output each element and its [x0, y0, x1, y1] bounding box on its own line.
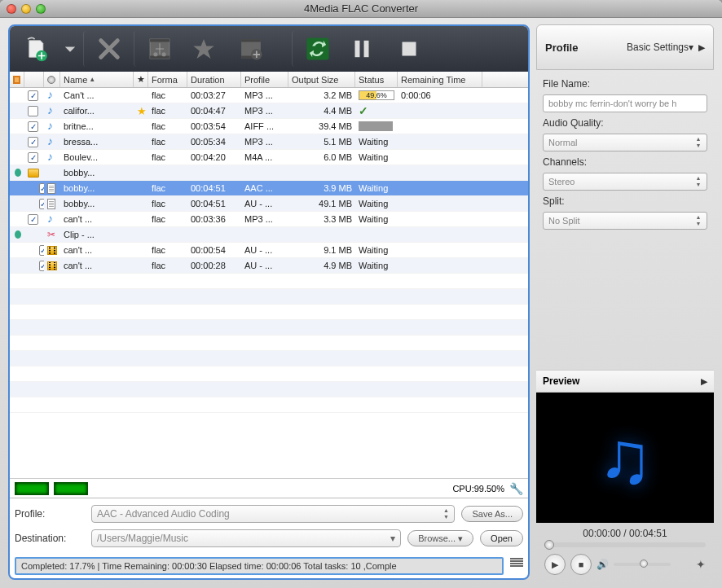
expand-profile-icon[interactable]: ▶ — [698, 42, 705, 53]
row-remaining — [398, 227, 482, 242]
star-icon[interactable]: ★ — [137, 105, 147, 117]
row-remaining — [398, 181, 482, 195]
pause-button[interactable] — [339, 31, 385, 67]
music-note-icon — [47, 105, 57, 116]
svg-point-4 — [153, 52, 157, 56]
collapse-icon[interactable] — [15, 169, 21, 177]
row-profile: MP3 ... — [241, 88, 288, 103]
filename-input[interactable]: bobby mc ferrin-don't worry be h — [543, 94, 707, 112]
row-checkbox[interactable]: ✓ — [28, 137, 38, 147]
row-format: flac — [148, 134, 187, 149]
quality-select[interactable]: Normal▲▼ — [543, 134, 707, 151]
col-status[interactable]: Status — [355, 72, 398, 87]
split-label: Split: — [543, 195, 707, 207]
row-format: flac — [148, 150, 187, 165]
stop-button[interactable] — [386, 31, 432, 67]
settings-icon[interactable]: 🔧 — [509, 482, 523, 495]
table-row-empty — [10, 320, 528, 336]
snapshot-button[interactable]: ✦ — [696, 558, 706, 571]
profile-header: Profile Basic Settings▾ ▶ — [536, 24, 714, 70]
table-row[interactable]: ✓Boulev...flac00:04:20M4A ...6.0 MBWaiti… — [10, 150, 528, 165]
table-row[interactable]: ✓can't ...flac00:03:36MP3 ...3.3 MBWaiti… — [10, 212, 528, 227]
row-status — [355, 119, 398, 134]
table-row-empty — [10, 305, 528, 320]
col-profile[interactable]: Profile — [241, 72, 288, 87]
row-duration: 00:04:47 — [187, 103, 241, 118]
collapse-icon[interactable] — [15, 230, 21, 239]
table-row[interactable]: ✂Clip - ... — [10, 227, 528, 243]
profile-select[interactable]: AAC - Advanced Audio Coding ▲▼ — [91, 505, 455, 523]
row-remaining — [398, 212, 482, 226]
document-icon — [47, 199, 55, 209]
channels-select[interactable]: Stereo▲▼ — [543, 173, 707, 191]
playback-controls: ▶ ■ 🔊 ✦ — [536, 549, 714, 580]
svg-rect-10 — [306, 37, 328, 59]
table-row[interactable]: ✓bressa...flac00:05:34MP3 ...5.1 MBWaiti… — [10, 134, 528, 150]
row-remaining — [398, 119, 482, 134]
row-name: can't ... — [60, 258, 134, 273]
split-select[interactable]: No Split▲▼ — [543, 212, 707, 230]
col-duration[interactable]: Duration — [187, 72, 241, 87]
table-row[interactable]: ✓bobby...flac00:04:51AU - ...49.1 MBWait… — [10, 196, 528, 212]
row-duration: 00:03:27 — [187, 88, 241, 103]
list-view-toggle[interactable] — [510, 558, 523, 571]
add-file-button[interactable] — [15, 31, 60, 67]
col-star[interactable]: ★ — [134, 72, 148, 87]
row-checkbox[interactable]: ✓ — [28, 90, 38, 101]
table-row-empty — [10, 382, 528, 397]
table-row[interactable]: califor...★flac00:04:47MP3 ...4.4 MB✓ — [10, 103, 528, 119]
table-row[interactable]: ✓can't ...flac00:00:28AU - ...4.9 MBWait… — [10, 258, 528, 274]
browse-button[interactable]: Browse... ▾ — [407, 530, 473, 546]
stop-preview-button[interactable]: ■ — [570, 554, 592, 575]
video-clip-icon — [47, 246, 57, 255]
music-note-icon — [47, 151, 57, 163]
svg-rect-12 — [364, 41, 369, 57]
table-row[interactable]: ✓britne...flac00:03:54AIFF ...39.4 MB — [10, 119, 528, 134]
col-select[interactable] — [10, 72, 24, 87]
svg-rect-2 — [150, 39, 169, 42]
row-remaining: 0:00:06 — [398, 88, 482, 103]
clip-button[interactable] — [134, 31, 179, 67]
expand-preview-icon[interactable]: ▶ — [701, 376, 707, 387]
settings-dropdown[interactable]: Basic Settings▾ — [627, 42, 693, 53]
open-button[interactable]: Open — [480, 530, 523, 546]
convert-button[interactable] — [292, 31, 337, 67]
play-button[interactable]: ▶ — [544, 554, 566, 575]
col-remaining[interactable]: Remaining Time — [398, 72, 482, 87]
row-profile: AU - ... — [241, 243, 288, 257]
volume-slider[interactable] — [614, 563, 671, 566]
row-name: bobby... — [60, 165, 134, 180]
add-clip-button[interactable] — [228, 31, 274, 67]
svg-rect-7 — [241, 39, 261, 42]
save-as-button[interactable]: Save As... — [461, 506, 523, 522]
col-format[interactable]: Forma — [148, 72, 187, 87]
destination-select[interactable]: /Users/Maggie/Music ▾ — [91, 529, 401, 547]
row-status: Waiting — [355, 243, 398, 257]
delete-button[interactable] — [83, 31, 129, 67]
table-row[interactable]: ✓can't ...flac00:00:54AU - ...9.1 MBWait… — [10, 243, 528, 258]
col-name[interactable]: Name▲ — [60, 72, 134, 87]
row-format — [148, 227, 187, 242]
table-row[interactable]: bobby... — [10, 165, 528, 181]
preview-scrubber[interactable] — [544, 542, 706, 547]
table-row[interactable]: ✓Can't ...flac00:03:27MP3 ...3.2 MB49.6%… — [10, 88, 528, 103]
row-output-size: 3.9 MB — [288, 181, 355, 195]
row-checkbox[interactable]: ✓ — [28, 121, 38, 132]
col-output[interactable]: Output Size — [288, 72, 355, 87]
row-checkbox[interactable]: ✓ — [28, 214, 38, 225]
col-check[interactable] — [24, 72, 44, 87]
row-checkbox[interactable] — [28, 106, 38, 116]
row-duration: 00:03:54 — [187, 119, 241, 134]
col-disc[interactable] — [44, 72, 60, 87]
row-checkbox[interactable]: ✓ — [28, 152, 38, 163]
svg-rect-13 — [403, 42, 416, 56]
table-row-empty — [10, 366, 528, 382]
profile-label: Profile: — [15, 508, 85, 520]
add-file-dropdown[interactable] — [62, 31, 78, 67]
favorite-button[interactable] — [181, 31, 227, 67]
table-body[interactable]: ✓Can't ...flac00:03:27MP3 ...3.2 MB49.6%… — [10, 88, 528, 478]
cpu-core-meter — [54, 482, 88, 495]
preview-title: Preview — [543, 375, 701, 387]
table-row[interactable]: ✓bobby...flac00:04:51AAC ...3.9 MBWaitin… — [10, 181, 528, 196]
right-pane: Profile Basic Settings▾ ▶ File Name: bob… — [536, 24, 714, 580]
